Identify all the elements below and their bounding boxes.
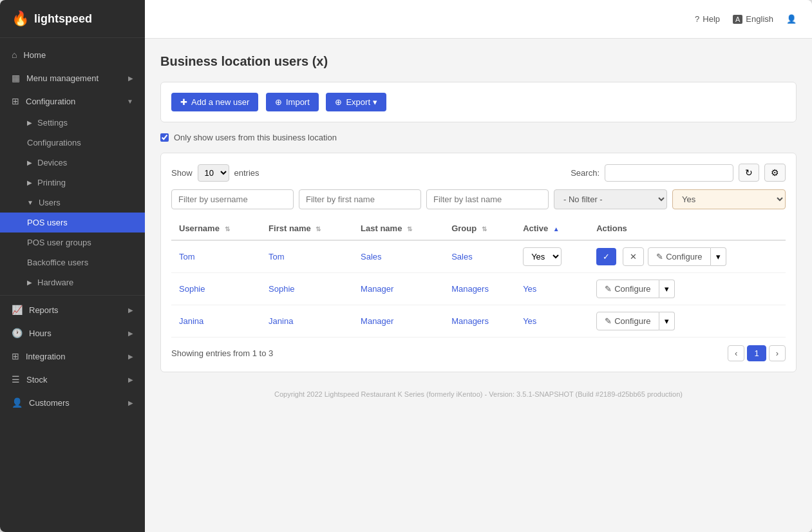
sidebar-item-devices[interactable]: ▶ Devices xyxy=(0,153,145,173)
sidebar-item-printing[interactable]: ▶ Printing xyxy=(0,173,145,193)
settings-label: Settings xyxy=(37,118,68,128)
add-user-button[interactable]: ✚ Add a new user xyxy=(171,93,258,111)
sort-active-icon[interactable]: ▲ xyxy=(553,225,560,233)
col-firstname-label: First name xyxy=(269,223,311,233)
configure-dropdown-button[interactable]: ▾ xyxy=(711,247,726,266)
username-link[interactable]: Sophie xyxy=(179,284,205,294)
next-page-button[interactable]: › xyxy=(769,345,786,361)
customers-chevron: ▶ xyxy=(128,399,133,406)
sidebar-item-configurations[interactable]: Configurations xyxy=(0,133,145,153)
col-username: Username ⇅ xyxy=(171,217,261,240)
configuration-sub: ▶ Settings Configurations ▶ Devices ▶ xyxy=(0,113,145,292)
cell-username: Sophie xyxy=(171,273,261,305)
sidebar-item-home[interactable]: ⌂ Home xyxy=(0,43,145,66)
business-location-checkbox[interactable] xyxy=(160,133,169,142)
configure-button[interactable]: ✎ Configure xyxy=(596,280,659,298)
settings-button[interactable]: ⚙ xyxy=(764,164,786,182)
help-button[interactable]: ? Help xyxy=(695,14,720,24)
active-link[interactable]: Yes xyxy=(523,284,536,294)
sort-firstname-icon[interactable]: ⇅ xyxy=(316,225,321,233)
confirm-button[interactable]: ✓ xyxy=(596,248,616,265)
sidebar-item-customers[interactable]: 👤 Customers ▶ xyxy=(0,391,145,414)
sort-lastname-icon[interactable]: ⇅ xyxy=(407,225,412,233)
cell-actions: ✎ Configure ▾ xyxy=(589,305,786,337)
filter-username-input[interactable] xyxy=(171,189,294,209)
firstname-link[interactable]: Tom xyxy=(269,252,285,261)
sidebar-item-users[interactable]: ▼ Users xyxy=(0,193,145,213)
active-select[interactable]: Yes No xyxy=(523,247,562,266)
stock-label: Stock xyxy=(26,375,48,385)
page-1-button[interactable]: 1 xyxy=(747,345,766,361)
group-link[interactable]: Managers xyxy=(451,316,489,326)
sidebar-item-integration[interactable]: ⊞ Integration ▶ xyxy=(0,345,145,368)
firstname-link[interactable]: Sophie xyxy=(269,284,294,294)
col-group: Group ⇅ xyxy=(444,217,515,240)
configure-button[interactable]: ✎ Configure xyxy=(596,312,659,330)
active-link[interactable]: Yes xyxy=(523,316,536,326)
import-button[interactable]: ⊕ Import xyxy=(266,93,319,111)
group-link[interactable]: Managers xyxy=(451,284,489,294)
configure-dropdown-button[interactable]: ▾ xyxy=(659,312,675,330)
sort-username-icon[interactable]: ⇅ xyxy=(225,225,230,233)
lastname-link[interactable]: Manager xyxy=(361,284,393,294)
sort-group-icon[interactable]: ⇅ xyxy=(482,225,487,233)
prev-page-button[interactable]: ‹ xyxy=(728,345,744,361)
filter-firstname-input[interactable] xyxy=(299,189,421,209)
printing-label: Printing xyxy=(37,178,66,187)
col-active: Active ▲ xyxy=(515,217,589,240)
filter-active-select[interactable]: Yes No xyxy=(672,189,786,209)
filter-lastname-input[interactable] xyxy=(426,189,549,209)
pos-users-label: POS users xyxy=(27,218,68,227)
logo[interactable]: 🔥 lightspeed xyxy=(0,0,145,38)
sidebar-item-backoffice-users[interactable]: Backoffice users xyxy=(0,252,145,272)
export-caret: ▾ xyxy=(373,97,377,107)
logo-icon: 🔥 xyxy=(12,10,29,27)
sidebar-item-pos-user-groups[interactable]: POS user groups xyxy=(0,233,145,252)
cell-group: Sales xyxy=(444,240,515,273)
lastname-link[interactable]: Manager xyxy=(361,316,393,326)
sidebar-item-settings[interactable]: ▶ Settings xyxy=(0,113,145,133)
pagination: Showing entries from 1 to 3 ‹ 1 › xyxy=(171,345,786,361)
firstname-link[interactable]: Janina xyxy=(269,316,293,326)
cancel-button[interactable]: ✕ xyxy=(623,247,644,266)
username-link[interactable]: Tom xyxy=(179,252,195,261)
table-row: Sophie Sophie Manager Managers Yes ✎ xyxy=(171,273,786,305)
toolbar-card: ✚ Add a new user ⊕ Import ⊕ Export ▾ xyxy=(160,82,797,122)
home-icon: ⌂ xyxy=(12,50,17,60)
configure-dropdown-button[interactable]: ▾ xyxy=(659,280,675,298)
configure-button[interactable]: ✎ Configure xyxy=(648,247,710,266)
export-button[interactable]: ⊕ Export ▾ xyxy=(326,93,386,111)
show-label: Show xyxy=(171,168,193,178)
integration-icon: ⊞ xyxy=(12,351,19,361)
sidebar-item-reports[interactable]: 📈 Reports ▶ xyxy=(0,298,145,321)
search-input[interactable] xyxy=(605,164,733,182)
group-link[interactable]: Sales xyxy=(451,252,473,261)
cell-actions: ✓ ✕ ✎ Configure ▾ xyxy=(589,240,786,273)
lastname-link[interactable]: Sales xyxy=(361,252,382,261)
sidebar-item-hardware[interactable]: ▶ Hardware xyxy=(0,272,145,292)
filter-group-select[interactable]: - No filter - xyxy=(554,189,667,209)
hardware-chevron: ▶ xyxy=(27,279,32,286)
language-selector[interactable]: A English xyxy=(733,14,773,24)
import-label: Import xyxy=(286,97,310,107)
sidebar-item-pos-users[interactable]: POS users xyxy=(0,213,145,233)
search-label: Search: xyxy=(571,168,600,178)
export-label: Export xyxy=(346,97,370,107)
username-link[interactable]: Janina xyxy=(179,316,203,326)
cell-actions: ✎ Configure ▾ xyxy=(589,273,786,305)
cell-firstname: Sophie xyxy=(261,273,353,305)
sidebar-item-menu-management[interactable]: ▦ Menu management ▶ xyxy=(0,66,145,90)
configure-group: ✎ Configure ▾ xyxy=(596,312,674,330)
refresh-button[interactable]: ↻ xyxy=(739,164,759,182)
sidebar-item-stock[interactable]: ☰ Stock ▶ xyxy=(0,368,145,391)
sidebar-item-hours[interactable]: 🕐 Hours ▶ xyxy=(0,321,145,345)
chevron-down-icon: ▼ xyxy=(127,98,133,105)
export-icon: ⊕ xyxy=(335,97,342,107)
entries-select[interactable]: 10 25 50 xyxy=(198,164,229,182)
configure-label: Configure xyxy=(614,284,650,294)
configure-icon: ✎ xyxy=(656,252,663,261)
col-lastname: Last name ⇅ xyxy=(353,217,444,240)
sidebar-section-configuration-header[interactable]: ⊞ Configuration ▼ xyxy=(0,90,145,113)
user-avatar[interactable]: 👤 xyxy=(786,14,797,24)
users-table: Username ⇅ First name ⇅ Last name ⇅ xyxy=(171,217,786,337)
